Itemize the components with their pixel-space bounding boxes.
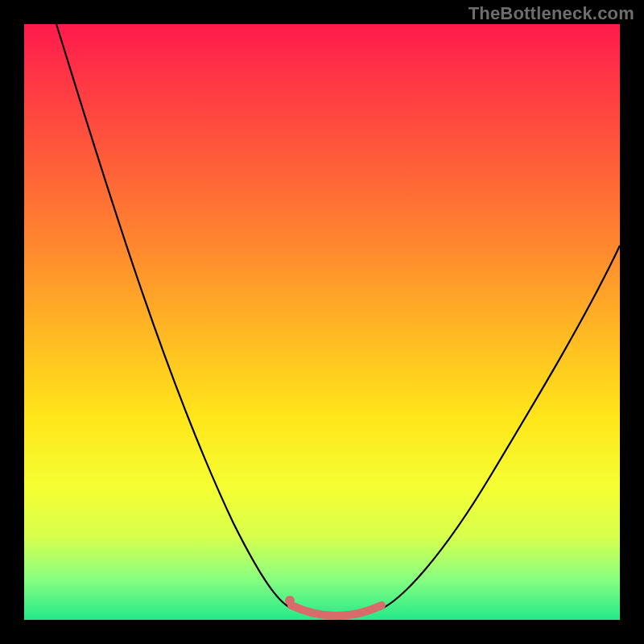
plot-area — [24, 24, 620, 620]
curve-right-branch — [380, 246, 620, 609]
bottleneck-curve — [24, 24, 620, 620]
watermark-text: TheBottleneck.com — [469, 3, 634, 24]
floor-marker-dot — [285, 596, 295, 605]
chart-frame: TheBottleneck.com — [0, 0, 644, 644]
curve-floor — [291, 605, 382, 616]
curve-left-branch — [56, 24, 294, 609]
